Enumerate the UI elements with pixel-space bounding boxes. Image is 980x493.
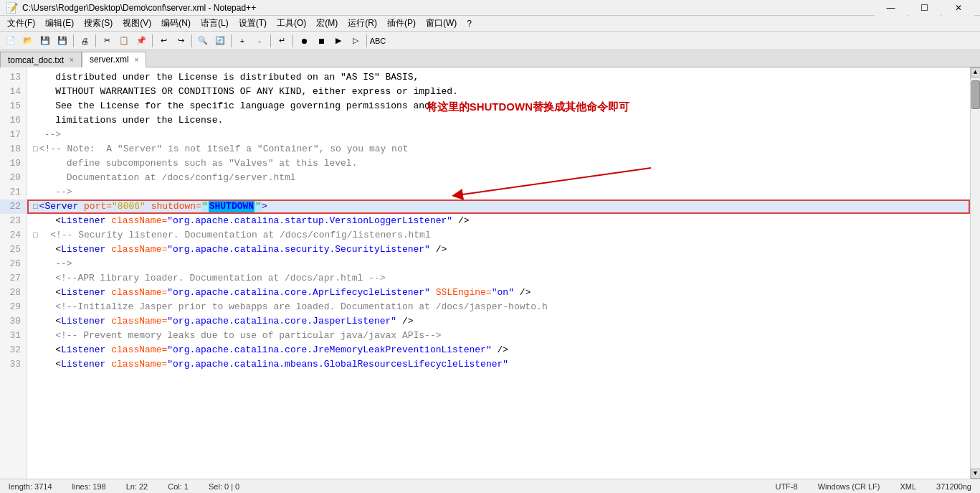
attr-shutdown: shutdown= (146, 199, 201, 214)
code-text-23d: "org.apache.catalina.startup.VersionLogg… (167, 214, 452, 228)
code-text-25a: < (33, 243, 61, 257)
code-text-21: --> (33, 185, 72, 199)
toolbar-macro-rec[interactable]: ⏺ (296, 33, 312, 49)
toolbar-replace[interactable]: 🔄 (212, 33, 228, 49)
fold-22: □ (33, 199, 38, 214)
scrollbar[interactable]: ▲ ▼ (970, 67, 980, 479)
tab-server-xml[interactable]: server.xml × (82, 52, 147, 67)
toolbar-macro-play[interactable]: ▶ (330, 33, 346, 49)
attr-port: port= (84, 199, 112, 214)
code-text-18: <!-- Note: A "Server" is not itself a "C… (39, 142, 409, 156)
menu-settings[interactable]: 设置(T) (234, 16, 271, 31)
menu-run[interactable]: 运行(R) (343, 16, 381, 31)
status-dos: Windows (CR LF) (815, 482, 883, 491)
code-text-30d: "org.apache.catalina.core.JasperListener… (167, 314, 396, 329)
toolbar-save[interactable]: 💾 (37, 33, 53, 49)
toolbar: 📄 📂 💾 💾 🖨 ✂ 📋 📌 ↩ ↪ 🔍 🔄 + - ↵ ⏺ ⏹ ▶ ▷ AB… (0, 32, 980, 50)
code-editor[interactable]: distributed under the License is distrib… (27, 67, 970, 479)
toolbar-copy[interactable]: 📋 (116, 33, 132, 49)
toolbar-cut[interactable]: ✂ (99, 33, 115, 49)
code-text-14: WITHOUT WARRANTIES OR CONDITIONS OF ANY … (33, 85, 458, 99)
code-text-28c: className= (111, 286, 167, 300)
toolbar-find[interactable]: 🔍 (195, 33, 211, 49)
code-line-24: □ <!-- Security listener. Documentation … (27, 228, 970, 243)
code-line-30: <Listener className="org.apache.catalina… (27, 314, 970, 329)
toolbar-macro-stop[interactable]: ⏹ (313, 33, 329, 49)
status-col: Col: 1 (165, 482, 191, 491)
tab-tomcat-doc[interactable]: tomcat_doc.txt × (0, 52, 82, 67)
code-line-27: <!--APR library loader. Documentation at… (27, 271, 970, 286)
code-line-18: □<!-- Note: A "Server" is not itself a "… (27, 142, 970, 156)
minimize-button[interactable]: — (875, 0, 907, 16)
toolbar-zoomout[interactable]: - (252, 33, 267, 49)
menu-encode[interactable]: 编码(N) (157, 16, 195, 31)
scroll-up[interactable]: ▲ (971, 67, 981, 78)
scroll-down[interactable]: ▼ (971, 469, 981, 479)
menu-file[interactable]: 文件(F) (3, 16, 39, 31)
menu-macro[interactable]: 宏(M) (312, 16, 342, 31)
toolbar-redo[interactable]: ↪ (173, 33, 189, 49)
linenum-19: 19 (0, 156, 27, 171)
code-text-23b: Listener (61, 214, 111, 228)
title-bar: 📝 C:\Users\Rodger\Desktop\Demo\conf\serv… (0, 0, 980, 16)
linenum-16: 16 (0, 113, 27, 128)
code-text-28d: "org.apache.catalina.core.AprLifecycleLi… (167, 286, 430, 300)
toolbar-new[interactable]: 📄 (3, 33, 19, 49)
status-encoding: UTF-8 (772, 482, 800, 491)
tab-server-xml-label: server.xml (90, 55, 129, 65)
menu-tools[interactable]: 工具(O) (272, 16, 310, 31)
code-text-26: --> (33, 257, 72, 271)
code-line-32: <Listener className="org.apache.catalina… (27, 343, 970, 357)
fold-24: □ (33, 228, 38, 243)
linenum-15: 15 (0, 99, 27, 113)
toolbar-zoomin[interactable]: + (234, 33, 250, 49)
window-controls[interactable]: — ☐ ✕ (875, 0, 974, 16)
toolbar-spellcheck[interactable]: ABC (370, 33, 386, 49)
tag-server-close: > (262, 199, 267, 214)
tab-tomcat-doc-close[interactable]: × (70, 56, 74, 64)
tab-server-xml-close[interactable]: × (135, 56, 139, 64)
toolbar-print[interactable]: 🖨 (77, 33, 92, 49)
code-text-30b: Listener (61, 314, 111, 329)
toolbar-sep8 (366, 34, 367, 47)
close-button[interactable]: ✕ (942, 0, 974, 16)
code-line-15: See the License for the specific languag… (27, 99, 970, 113)
menu-help[interactable]: ? (462, 17, 476, 30)
linenum-25: 25 (0, 243, 27, 257)
toolbar-paste[interactable]: 📌 (133, 33, 149, 49)
menu-edit[interactable]: 编辑(E) (41, 16, 78, 31)
maximize-button[interactable]: ☐ (908, 0, 941, 16)
code-text-23a: < (33, 214, 61, 228)
toolbar-macro-run[interactable]: ▷ (348, 33, 363, 49)
menu-search[interactable]: 搜索(S) (80, 16, 117, 31)
code-line-21: --> (27, 185, 970, 199)
linenum-13: 13 (0, 70, 27, 85)
code-text-31: <!-- Prevent memory leaks due to use of … (33, 329, 442, 343)
status-zoom: 371200ng (933, 482, 974, 491)
code-text-32a: < (33, 343, 61, 357)
code-text-28e: SSLEngine= (430, 286, 492, 300)
menu-view[interactable]: 视图(V) (118, 16, 156, 31)
toolbar-open[interactable]: 📂 (20, 33, 36, 49)
toolbar-undo[interactable]: ↩ (156, 33, 171, 49)
code-line-16: limitations under the License. (27, 113, 970, 128)
code-text-30e: /> (396, 314, 413, 329)
toolbar-wordwrap[interactable]: ↵ (274, 33, 290, 49)
toolbar-sep7 (292, 34, 293, 47)
code-text-27: <!--APR library loader. Documentation at… (33, 271, 385, 286)
menu-lang[interactable]: 语言(L) (196, 16, 233, 31)
code-line-23: <Listener className="org.apache.catalina… (27, 214, 970, 228)
editor-area[interactable]: 13 14 15 16 17 18 19 20 21 22 23 24 25 2… (0, 67, 980, 479)
linenum-14: 14 (0, 85, 27, 99)
scroll-thumb[interactable] (971, 80, 980, 109)
menu-window[interactable]: 窗口(W) (422, 16, 461, 31)
status-bar: length: 3714 lines: 198 Ln: 22 Col: 1 Se… (0, 479, 980, 493)
code-line-22: □<Server port="8006" shutdown="SHUTDOWN"… (27, 199, 970, 214)
status-type: XML (897, 482, 919, 491)
status-lines: lines: 198 (70, 482, 109, 491)
linenum-28: 28 (0, 286, 27, 300)
toolbar-saveall[interactable]: 💾 (54, 33, 70, 49)
menu-plugins[interactable]: 插件(P) (383, 16, 420, 31)
code-text-17: --> (33, 128, 61, 142)
code-text-13: distributed under the License is distrib… (33, 70, 419, 85)
